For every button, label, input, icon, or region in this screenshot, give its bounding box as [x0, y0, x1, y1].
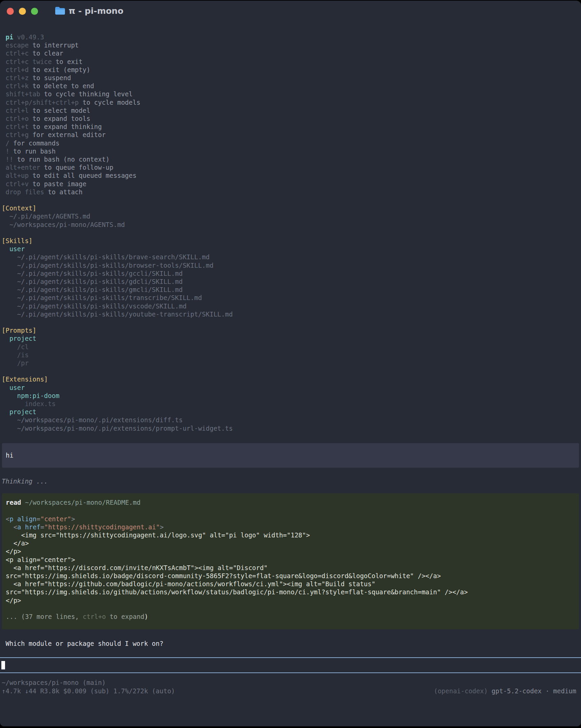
close-button[interactable] [7, 8, 14, 15]
window-title: π - pi-mono [69, 1, 124, 22]
context-section: [Context] ~/.pi/agent/AGENTS.md ~/worksp… [0, 204, 581, 229]
window-controls [7, 8, 38, 15]
screen: π - pi-mono pi v0.49.3 escape to interru… [0, 0, 581, 728]
tool-output-read: read ~/workspaces/pi-mono/README.md <p a… [2, 493, 579, 629]
skills-section: [Skills] user ~/.pi/agent/skills/pi-skil… [0, 237, 581, 318]
terminal-content: pi v0.49.3 escape to interrupt ctrl+c to… [0, 22, 581, 695]
status-stats-row: ↑4.7k ↓44 R3.8k $0.009 (sub) 1.7%/272k (… [0, 687, 581, 695]
model-info: (openai-codex) gpt-5.2-codex · medium [434, 687, 576, 695]
title-group: π - pi-mono [55, 1, 124, 22]
thinking-indicator: Thinking ... [2, 477, 581, 485]
minimize-button[interactable] [19, 8, 26, 15]
model-label: gpt-5.2-codex · medium [492, 687, 576, 695]
extensions-section: [Extensions] user npm:pi-doom index.ts p… [0, 375, 581, 432]
terminal-window: π - pi-mono pi v0.49.3 escape to interru… [0, 1, 581, 726]
status-bar: ~/workspaces/pi-mono (main) ↑4.7k ↓44 R3… [0, 678, 581, 695]
welcome-help-text: pi v0.49.3 escape to interrupt ctrl+c to… [0, 33, 581, 196]
token-usage-stats: ↑4.7k ↓44 R3.8k $0.009 (sub) 1.7%/272k (… [2, 687, 175, 695]
user-message-text: hi [6, 451, 14, 459]
text-cursor [1, 661, 5, 669]
status-cwd: ~/workspaces/pi-mono (main) [0, 678, 581, 687]
provider-label: (openai-codex) [434, 687, 488, 695]
maximize-button[interactable] [31, 8, 38, 15]
tool-output-lines: read ~/workspaces/pi-mono/README.md <p a… [6, 498, 576, 621]
titlebar: π - pi-mono [0, 1, 581, 22]
folder-icon [55, 6, 65, 16]
prompt-input[interactable] [0, 657, 581, 673]
user-message: hi [2, 443, 579, 468]
prompts-section: [Prompts] project /cl /is /pr [0, 326, 581, 367]
assistant-question: Which module or package should I work on… [0, 640, 581, 648]
